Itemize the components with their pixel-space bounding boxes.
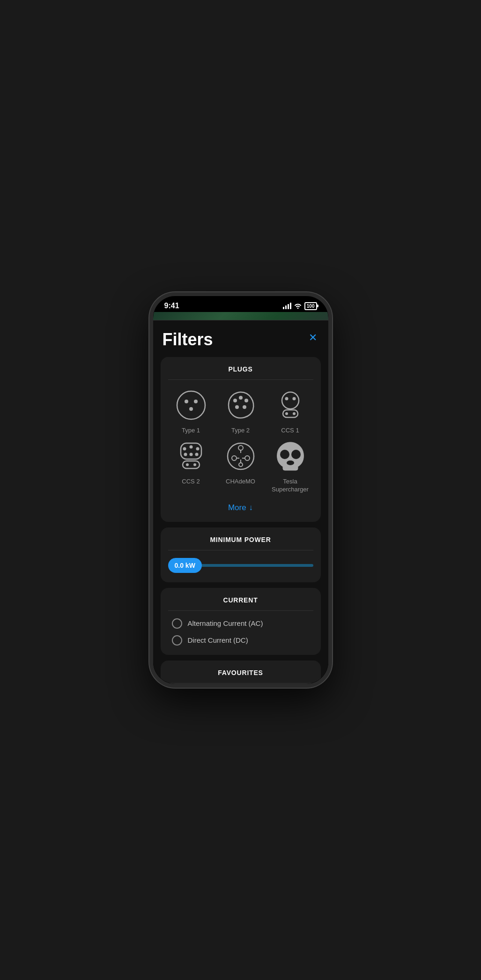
current-section: CURRENT Alternating Current (AC) Direct … (161, 588, 321, 655)
favourites-section: FAVOURITES Show only favourite EV Charge… (161, 661, 321, 684)
plug-tesla-icon (273, 438, 308, 474)
more-label: More (228, 503, 246, 512)
status-icons: 100 (283, 302, 317, 310)
plug-tesla-label: TeslaSupercharger (272, 478, 309, 494)
svg-point-35 (291, 450, 301, 459)
plug-ccs1-icon (273, 387, 308, 423)
more-button[interactable]: More ↓ (161, 497, 321, 522)
radio-dc-circle (172, 635, 182, 646)
svg-point-4 (233, 399, 237, 402)
svg-point-6 (239, 396, 243, 400)
status-time: 9:41 (164, 302, 179, 310)
battery-icon: 100 (304, 302, 317, 310)
radio-ac[interactable]: Alternating Current (AC) (172, 618, 310, 629)
svg-point-1 (185, 400, 188, 403)
page-title: Filters (163, 330, 213, 349)
svg-point-17 (189, 445, 192, 448)
plugs-grid: Type 1 (161, 380, 321, 497)
svg-point-10 (285, 397, 288, 401)
plug-ccs2-label: CCS 2 (182, 478, 200, 486)
plug-type1[interactable]: Type 1 (168, 387, 214, 435)
slider-value[interactable]: 0.0 kW (168, 558, 202, 573)
plug-tesla[interactable]: TeslaSupercharger (267, 438, 313, 494)
svg-point-0 (177, 391, 205, 419)
more-icon: ↓ (249, 503, 253, 512)
svg-point-14 (293, 412, 296, 415)
svg-point-5 (244, 399, 248, 402)
plug-ccs1-label: CCS 1 (281, 427, 299, 435)
svg-point-21 (195, 453, 198, 456)
radio-ac-label: Alternating Current (AC) (188, 619, 263, 627)
slider-row: 0.0 kW (168, 558, 313, 573)
slider-track[interactable] (202, 564, 313, 567)
power-section: MINIMUM POWER 0.0 kW (161, 527, 321, 582)
plug-ccs2[interactable]: CCS 2 (168, 438, 214, 494)
plug-chademo-label: CHAdeMO (226, 478, 255, 486)
wifi-icon (294, 303, 302, 309)
phone-screen: 9:41 100 (153, 296, 328, 684)
plug-chademo[interactable]: CHAdeMO (218, 438, 264, 494)
svg-point-11 (292, 397, 296, 401)
plug-type1-icon (173, 387, 209, 423)
svg-point-8 (243, 405, 246, 409)
favourites-row: Show only favourite EV Chargers (161, 683, 321, 684)
close-button[interactable]: ✕ (307, 330, 319, 346)
svg-point-9 (282, 392, 299, 409)
svg-point-2 (194, 400, 198, 403)
svg-point-34 (280, 450, 289, 459)
svg-point-16 (183, 447, 186, 450)
svg-point-32 (239, 463, 243, 467)
main-content[interactable]: Filters ✕ PLUGS (153, 320, 328, 684)
svg-point-20 (189, 453, 192, 456)
svg-point-25 (228, 443, 254, 469)
svg-point-28 (232, 456, 237, 460)
svg-point-7 (235, 405, 239, 409)
plug-chademo-icon (223, 438, 259, 474)
svg-point-13 (285, 412, 288, 415)
svg-point-36 (287, 460, 294, 465)
notch (213, 296, 269, 312)
current-title: CURRENT (161, 588, 321, 610)
svg-point-23 (186, 463, 189, 466)
svg-point-18 (196, 447, 199, 450)
radio-dc-label: Direct Current (DC) (188, 636, 248, 644)
plug-ccs1[interactable]: CCS 1 (267, 387, 313, 435)
svg-point-24 (193, 463, 196, 466)
phone-frame: 9:41 100 (149, 292, 332, 688)
plug-type2[interactable]: Type 2 (218, 387, 264, 435)
radio-dc[interactable]: Direct Current (DC) (172, 635, 310, 646)
svg-point-19 (184, 453, 187, 456)
page-header: Filters ✕ (161, 320, 321, 357)
plug-type1-label: Type 1 (182, 427, 200, 435)
power-slider-container[interactable]: 0.0 kW (161, 550, 321, 582)
svg-point-30 (245, 456, 250, 460)
plugs-title: PLUGS (161, 357, 321, 379)
plug-type2-label: Type 2 (231, 427, 250, 435)
radio-ac-circle (172, 618, 182, 629)
power-title: MINIMUM POWER (161, 527, 321, 550)
plug-type2-icon (223, 387, 259, 423)
map-preview (153, 312, 328, 320)
svg-rect-22 (183, 461, 200, 468)
plug-ccs2-icon (173, 438, 209, 474)
svg-rect-12 (283, 410, 298, 417)
svg-point-26 (238, 445, 243, 450)
plugs-section: PLUGS Type 1 (161, 357, 321, 522)
svg-point-3 (189, 407, 193, 411)
current-options: Alternating Current (AC) Direct Current … (161, 611, 321, 655)
favourites-title: FAVOURITES (161, 661, 321, 683)
signal-icon (283, 303, 291, 309)
